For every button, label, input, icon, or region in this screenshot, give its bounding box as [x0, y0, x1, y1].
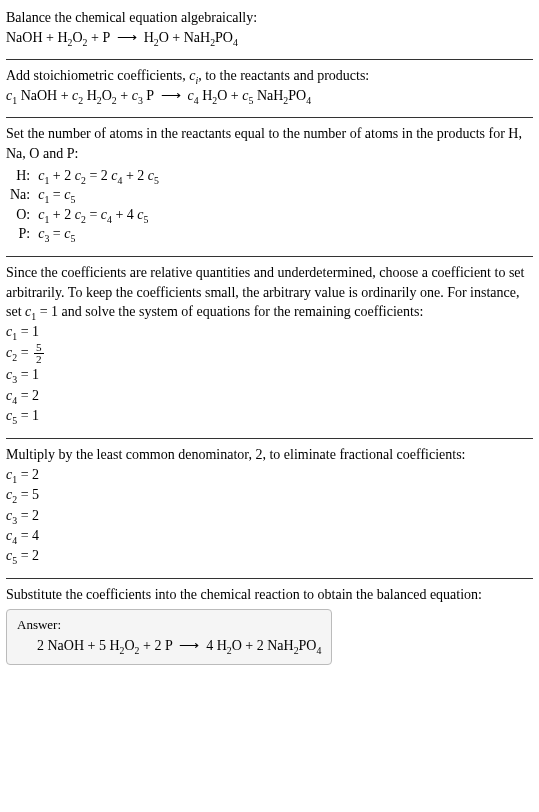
section-solve: Since the coefficients are relative quan…	[6, 259, 533, 436]
coeff-value: c2 = 5	[6, 485, 533, 505]
coeff-value: c5 = 1	[6, 406, 533, 426]
element-label: H:	[6, 166, 34, 186]
coeff-value: c1 = 1	[6, 322, 533, 342]
element-equation: c1 = c5	[34, 185, 163, 205]
balanced-equation: 2 NaOH + 5 H2O2 + 2 P ⟶ 4 H2O + 2 NaH2PO…	[17, 636, 321, 656]
element-label: Na:	[6, 185, 34, 205]
element-label: P:	[6, 224, 34, 244]
coeff-value: c3 = 1	[6, 365, 533, 385]
divider	[6, 117, 533, 118]
coeff-value: c5 = 2	[6, 546, 533, 566]
coeff-value: c2 = 52	[6, 342, 533, 365]
element-equation: c3 = c5	[34, 224, 163, 244]
divider	[6, 59, 533, 60]
atom-balance-intro: Set the number of atoms in the reactants…	[6, 124, 533, 163]
section-atom-balance: Set the number of atoms in the reactants…	[6, 120, 533, 254]
atom-balance-table: H: c1 + 2 c2 = 2 c4 + 2 c5 Na: c1 = c5 O…	[6, 166, 163, 244]
section-lcd: Multiply by the least common denominator…	[6, 441, 533, 576]
lcd-intro: Multiply by the least common denominator…	[6, 445, 533, 465]
coeff-list: c1 = 1 c2 = 52 c3 = 1 c4 = 2 c5 = 1	[6, 322, 533, 427]
coeff-value: c1 = 2	[6, 465, 533, 485]
section-intro: Balance the chemical equation algebraica…	[6, 4, 533, 57]
answer-label: Answer:	[17, 616, 321, 634]
solve-intro: Since the coefficients are relative quan…	[6, 263, 533, 322]
section-stoich: Add stoichiometric coefficients, ci, to …	[6, 62, 533, 115]
table-row: H: c1 + 2 c2 = 2 c4 + 2 c5	[6, 166, 163, 186]
result-intro: Substitute the coefficients into the che…	[6, 585, 533, 605]
coeff-list: c1 = 2 c2 = 5 c3 = 2 c4 = 4 c5 = 2	[6, 465, 533, 566]
stoich-intro: Add stoichiometric coefficients, ci, to …	[6, 66, 533, 86]
divider	[6, 578, 533, 579]
divider	[6, 256, 533, 257]
intro-text: Balance the chemical equation algebraica…	[6, 8, 533, 28]
element-equation: c1 + 2 c2 = 2 c4 + 2 c5	[34, 166, 163, 186]
answer-box: Answer: 2 NaOH + 5 H2O2 + 2 P ⟶ 4 H2O + …	[6, 609, 332, 665]
element-equation: c1 + 2 c2 = c4 + 4 c5	[34, 205, 163, 225]
coeff-value: c4 = 4	[6, 526, 533, 546]
unbalanced-equation: NaOH + H2O2 + P ⟶ H2O + NaH2PO4	[6, 28, 533, 48]
element-label: O:	[6, 205, 34, 225]
table-row: P: c3 = c5	[6, 224, 163, 244]
coeff-equation: c1 NaOH + c2 H2O2 + c3 P ⟶ c4 H2O + c5 N…	[6, 86, 533, 106]
divider	[6, 438, 533, 439]
coeff-value: c3 = 2	[6, 506, 533, 526]
table-row: O: c1 + 2 c2 = c4 + 4 c5	[6, 205, 163, 225]
coeff-value: c4 = 2	[6, 386, 533, 406]
table-row: Na: c1 = c5	[6, 185, 163, 205]
section-result: Substitute the coefficients into the che…	[6, 581, 533, 674]
